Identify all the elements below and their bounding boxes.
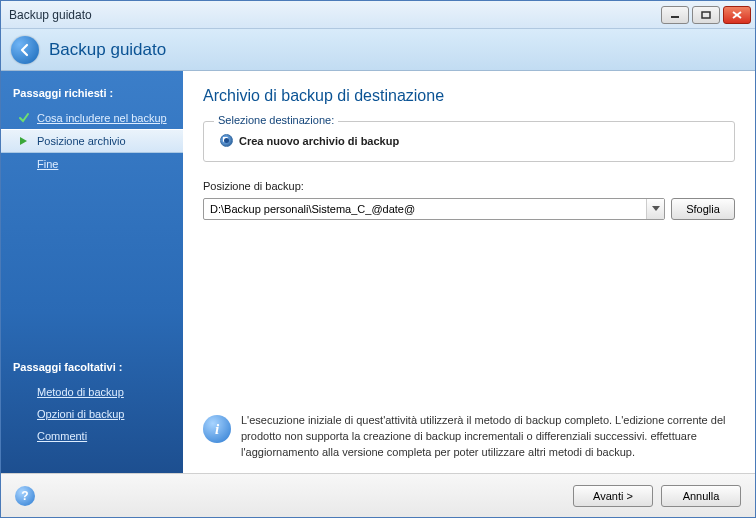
wizard-title: Backup guidato bbox=[49, 40, 166, 60]
dropdown-arrow-icon[interactable] bbox=[646, 199, 664, 219]
wizard-header: Backup guidato bbox=[1, 29, 755, 71]
svg-rect-1 bbox=[702, 12, 710, 18]
maximize-button[interactable] bbox=[692, 6, 720, 24]
back-button[interactable] bbox=[11, 36, 39, 64]
titlebar: Backup guidato bbox=[1, 1, 755, 29]
info-text: L'esecuzione iniziale di quest'attività … bbox=[241, 413, 735, 461]
sidebar-step-include[interactable]: Cosa includere nel backup bbox=[1, 107, 183, 129]
wizard-body: Passaggi richiesti : Cosa includere nel … bbox=[1, 71, 755, 473]
sidebar-step-options[interactable]: Opzioni di backup bbox=[1, 403, 183, 425]
location-row: Sfoglia bbox=[203, 198, 735, 220]
window-controls bbox=[661, 6, 751, 24]
sidebar-step-comments[interactable]: Commenti bbox=[1, 425, 183, 447]
info-icon: i bbox=[203, 415, 231, 443]
location-label: Posizione di backup: bbox=[203, 180, 735, 192]
radio-create-new[interactable]: Crea nuovo archivio di backup bbox=[216, 134, 722, 147]
sidebar-spacer bbox=[1, 175, 183, 357]
step-icon bbox=[17, 429, 31, 443]
sidebar-step-label: Posizione archivio bbox=[37, 135, 126, 147]
arrow-right-icon bbox=[17, 134, 31, 148]
groupbox-legend: Selezione destinazione: bbox=[214, 114, 338, 126]
sidebar-step-method[interactable]: Metodo di backup bbox=[1, 381, 183, 403]
wizard-window: Backup guidato Backup guidato Passaggi r… bbox=[0, 0, 756, 518]
next-button[interactable]: Avanti > bbox=[573, 485, 653, 507]
content-area: Archivio di backup di destinazione Selez… bbox=[183, 71, 755, 473]
radio-label: Crea nuovo archivio di backup bbox=[239, 135, 399, 147]
window-title: Backup guidato bbox=[9, 8, 661, 22]
sidebar-step-label: Cosa includere nel backup bbox=[37, 112, 167, 124]
cancel-button[interactable]: Annulla bbox=[661, 485, 741, 507]
page-title: Archivio di backup di destinazione bbox=[203, 87, 735, 105]
step-icon bbox=[17, 157, 31, 171]
browse-button[interactable]: Sfoglia bbox=[671, 198, 735, 220]
sidebar-step-finish[interactable]: Fine bbox=[1, 153, 183, 175]
info-panel: i L'esecuzione iniziale di quest'attivit… bbox=[203, 409, 735, 461]
sidebar-step-location[interactable]: Posizione archivio bbox=[1, 129, 183, 153]
sidebar-step-label: Fine bbox=[37, 158, 58, 170]
location-input[interactable] bbox=[204, 199, 646, 219]
check-icon bbox=[17, 111, 31, 125]
sidebar-step-label: Metodo di backup bbox=[37, 386, 124, 398]
sidebar-optional-heading: Passaggi facoltativi : bbox=[1, 357, 183, 381]
close-button[interactable] bbox=[723, 6, 751, 24]
minimize-button[interactable] bbox=[661, 6, 689, 24]
sidebar-required-heading: Passaggi richiesti : bbox=[1, 83, 183, 107]
step-icon bbox=[17, 407, 31, 421]
sidebar: Passaggi richiesti : Cosa includere nel … bbox=[1, 71, 183, 473]
footer: ? Avanti > Annulla bbox=[1, 473, 755, 517]
radio-icon bbox=[220, 134, 233, 147]
sidebar-step-label: Commenti bbox=[37, 430, 87, 442]
sidebar-step-label: Opzioni di backup bbox=[37, 408, 124, 420]
location-combo[interactable] bbox=[203, 198, 665, 220]
content-spacer bbox=[203, 220, 735, 409]
help-icon[interactable]: ? bbox=[15, 486, 35, 506]
step-icon bbox=[17, 385, 31, 399]
destination-groupbox: Selezione destinazione: Crea nuovo archi… bbox=[203, 121, 735, 162]
